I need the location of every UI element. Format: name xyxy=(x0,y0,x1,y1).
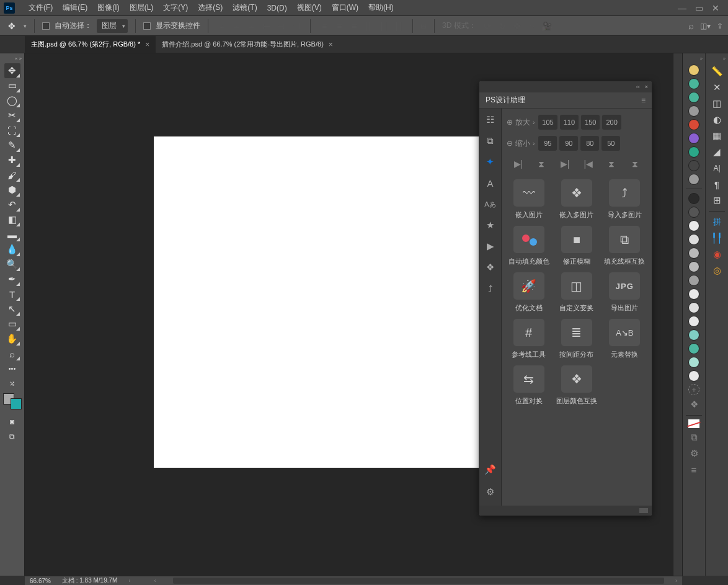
plugin-nav-pin-icon[interactable]: 📌 xyxy=(483,462,498,477)
no-style-icon[interactable] xyxy=(688,419,699,428)
tool-embed-multi[interactable]: ❖嵌入多图片 xyxy=(554,179,598,220)
pattern-icon[interactable]: ◫ xyxy=(710,97,724,110)
menu-help[interactable]: 帮助(H) xyxy=(363,2,399,13)
color-swatch-dot[interactable] xyxy=(688,105,699,117)
swap-colors-icon[interactable]: ⤭ xyxy=(4,376,20,391)
navigator-icon[interactable]: ▦ xyxy=(710,129,724,143)
color-swatch-dot[interactable] xyxy=(688,174,699,185)
menu-filter[interactable]: 滤镜(T) xyxy=(228,2,262,13)
align-bottom-icon[interactable]: ⫨ xyxy=(246,20,258,32)
eraser-tool[interactable]: ◧ xyxy=(4,212,20,227)
history-brush-tool[interactable]: ↶ xyxy=(4,197,20,212)
path-select-tool[interactable]: ↖ xyxy=(4,301,20,316)
dist-bottom-icon[interactable]: ≡ xyxy=(348,20,360,32)
collapse-icon[interactable]: » xyxy=(700,56,705,62)
resize-handle[interactable] xyxy=(639,508,648,513)
tool-element-replace[interactable]: A↘B元素替换 xyxy=(603,319,647,359)
vertical-scrollbar[interactable] xyxy=(673,53,682,576)
search-icon[interactable]: ⌕ xyxy=(688,20,694,31)
color-swatch-dot[interactable] xyxy=(688,261,699,272)
step-back-icon[interactable]: ▶| xyxy=(558,157,572,171)
collapse-icon[interactable]: « » xyxy=(0,56,24,63)
tool-export-image[interactable]: JPG导出图片 xyxy=(603,272,647,313)
move-tool[interactable]: ✥ xyxy=(4,63,20,78)
tool-fix-blur[interactable]: ■修正模糊 xyxy=(554,226,598,266)
color-swatch-dot[interactable] xyxy=(688,119,699,130)
shape-tool[interactable]: ▭ xyxy=(4,316,20,331)
plugin-nav-star-icon[interactable]: ★ xyxy=(483,218,498,233)
document-canvas[interactable] xyxy=(154,136,485,468)
dist-left-icon[interactable]: ||| xyxy=(363,20,375,32)
dist-top-icon[interactable]: ≡ xyxy=(318,20,331,32)
tab-close-icon[interactable]: × xyxy=(329,40,333,49)
plugin-nav-text-icon[interactable]: A xyxy=(483,176,498,190)
plugin-nav-stack-icon[interactable]: ❖ xyxy=(483,260,498,275)
tool-fill-wire-swap[interactable]: ⧉填充线框互换 xyxy=(603,226,647,266)
tool-embed-image[interactable]: 〰嵌入图片 xyxy=(507,179,551,220)
menu-image[interactable]: 图像(I) xyxy=(92,2,124,13)
menu-edit[interactable]: 编辑(E) xyxy=(58,2,92,13)
dist-vcenter-icon[interactable]: ≡ xyxy=(333,20,345,32)
marquee-tool[interactable]: ▭ xyxy=(4,78,20,93)
plugin-nav-lang-icon[interactable]: Aあ xyxy=(483,197,498,212)
zoom-val[interactable]: 50 xyxy=(601,136,620,151)
zoom-val[interactable]: 95 xyxy=(538,136,557,151)
tool-position-swap[interactable]: ⇆位置对换 xyxy=(507,365,551,406)
share-icon[interactable]: ⇪ xyxy=(717,22,723,30)
eyedropper-tool[interactable]: ✎ xyxy=(4,138,20,153)
skip-back-icon[interactable]: ▶| xyxy=(512,157,525,171)
plugin-nav-gear-icon[interactable]: ⚙ xyxy=(483,485,498,499)
plugin-icon-3[interactable]: ◉ xyxy=(710,248,724,261)
tool-optimize-doc[interactable]: 🚀优化文档 xyxy=(507,272,551,313)
layer-select-dropdown[interactable]: 图层 xyxy=(97,19,128,33)
auto-align-icon[interactable]: ⊞ xyxy=(420,22,427,30)
align-left-icon[interactable]: ⊢ xyxy=(260,20,273,32)
3d-slide-icon[interactable]: ↔ xyxy=(526,20,538,32)
zoom-tool[interactable]: ⌕ xyxy=(4,346,20,361)
sliders-icon[interactable]: ≡ xyxy=(687,463,701,476)
color-swatch-dot[interactable] xyxy=(688,220,699,231)
zoom-val[interactable]: 90 xyxy=(559,136,578,151)
minimize-icon[interactable]: — xyxy=(678,3,686,13)
hand-tool[interactable]: ✋ xyxy=(4,331,20,346)
plugin-nav-export-icon[interactable]: ⤴ xyxy=(483,281,498,296)
background-color[interactable] xyxy=(11,398,22,409)
color-swatch-dot[interactable] xyxy=(688,193,699,204)
color-swatch-dot[interactable] xyxy=(688,92,699,103)
color-swatch-dot[interactable] xyxy=(688,275,699,286)
color-swatch-dot[interactable] xyxy=(688,329,699,341)
doc-info[interactable]: 文档 : 1.83 M/19.7M xyxy=(62,576,117,585)
scroll-right-icon[interactable]: › xyxy=(675,578,677,584)
color-swatch-dot[interactable] xyxy=(688,357,699,368)
show-transform-checkbox[interactable] xyxy=(143,22,151,30)
brush-tool[interactable]: 🖌 xyxy=(4,167,20,182)
maximize-icon[interactable]: ▭ xyxy=(695,3,703,13)
color-swatch-dot[interactable] xyxy=(688,248,699,259)
color-swatch-dot[interactable] xyxy=(688,207,699,218)
stack-icon[interactable]: ❖ xyxy=(687,398,701,411)
menu-file[interactable]: 文件(F) xyxy=(24,2,58,13)
tool-layer-color-swap[interactable]: ❖图层颜色互换 xyxy=(554,365,598,406)
plugin-nav-puzzle-icon[interactable]: ✦ xyxy=(483,154,498,169)
color-swatch-dot[interactable] xyxy=(688,302,699,313)
color-swatch-dot[interactable] xyxy=(688,234,699,245)
document-tab[interactable]: 插件介绍.psd @ 66.7% (2常用功能-导出图片, RGB/8) × xyxy=(156,36,339,53)
zoom-val[interactable]: 150 xyxy=(581,115,600,130)
color-swatch-dot[interactable] xyxy=(688,133,699,144)
quick-select-tool[interactable]: ✂ xyxy=(4,108,20,123)
document-tab-active[interactable]: 主图.psd @ 66.7% (第2行, RGB/8) * × xyxy=(25,36,156,53)
dist-right-icon[interactable]: ||| xyxy=(393,20,405,32)
align-right-icon[interactable]: ⊣ xyxy=(290,20,303,32)
3d-zoom-icon[interactable]: 🎥 xyxy=(541,20,553,32)
hourglass-dot-icon[interactable]: ⧗ xyxy=(628,157,642,171)
menu-layer[interactable]: 图层(L) xyxy=(125,2,159,13)
plugin-icon-1[interactable]: 拼 xyxy=(710,215,724,229)
dist-hcenter-icon[interactable]: ||| xyxy=(378,20,390,32)
move-tool-preset-icon[interactable]: ✥ xyxy=(5,19,19,33)
align-top-icon[interactable]: ⫠ xyxy=(216,20,228,32)
edit-toolbar[interactable]: ••• xyxy=(4,361,20,376)
scroll-left-icon[interactable]: ‹ xyxy=(154,578,156,584)
plugin-nav-layers-icon[interactable]: ⧉ xyxy=(483,133,498,148)
color-swatch-dot[interactable] xyxy=(688,288,699,300)
step-fwd-icon[interactable]: |◀ xyxy=(582,157,595,171)
